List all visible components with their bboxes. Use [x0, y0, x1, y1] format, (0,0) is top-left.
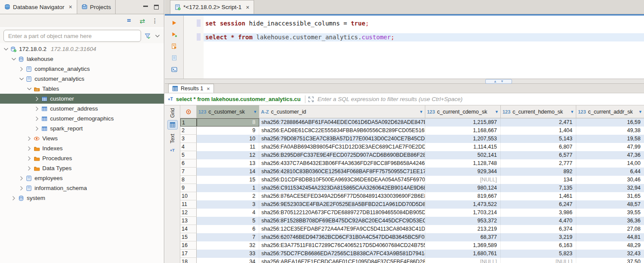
cell-c-customer-sk[interactable]: 5 [197, 217, 259, 225]
chevron-down-icon[interactable] [154, 33, 160, 39]
tree-item-customer-demographics[interactable]: customer_demographics [0, 114, 164, 124]
chevron-down-icon[interactable] [18, 76, 25, 82]
cell-c-current-addr-sk[interactable]: 44,81 [576, 233, 644, 241]
expand-filter-icon[interactable] [308, 96, 314, 102]
row-number[interactable]: 3 [180, 135, 197, 143]
cell-c-customer-id[interactable]: sha256:E3A77511F81C7289C76C4065217D5D406… [259, 241, 425, 250]
cell-c-customer-id[interactable]: sha256:C9115342454A2323DA815865CAA326064… [259, 184, 425, 192]
row-number[interactable]: 17 [180, 250, 197, 258]
cell-c-current-hdemo-sk[interactable]: 5,823 [501, 250, 576, 258]
row-number[interactable]: 16 [180, 241, 197, 250]
cell-c-current-hdemo-sk[interactable]: 1,404 [501, 127, 576, 135]
cell-c-customer-id[interactable]: sha256:B295D8FC337E9E4FECD0725D907ACD6B6… [259, 151, 425, 159]
tree-item-information-schema[interactable]: information_schema [0, 183, 164, 193]
tree-item-indexes[interactable]: Indexes [0, 143, 164, 153]
cell-c-current-hdemo-sk[interactable]: 2,471 [501, 118, 576, 127]
execute-statement-icon[interactable] [171, 20, 177, 26]
cell-c-customer-id[interactable]: sha256:42810C83B0360CE125634F068BAF8FF75… [259, 168, 425, 176]
chevron-down-icon[interactable] [10, 56, 17, 62]
sql-line-2[interactable]: select * from lakehouse.customer_analyti… [204, 33, 644, 41]
row-number[interactable]: 14 [180, 225, 197, 233]
column-dropdown-icon[interactable]: ▼ [253, 110, 257, 114]
cell-c-current-hdemo-sk[interactable]: 6,577 [501, 151, 576, 159]
cell-c-customer-sk[interactable]: 34 [197, 258, 259, 263]
column-header-c-current-cdemo-sk[interactable]: 123c_current_cdemo_sk▼ [425, 105, 501, 118]
cell-c-customer-id[interactable]: sha256:620746BED947362BCD6CF31B0A4C547DD… [259, 233, 425, 241]
cell-c-customer-id[interactable]: sha256:D1CDF8DBB10F500EA9693C86DE6DEAA05… [259, 176, 425, 184]
cell-c-current-hdemo-sk[interactable]: 1,461 [501, 192, 576, 200]
cell-c-current-hdemo-sk[interactable]: 6,163 [501, 241, 576, 250]
editor-results-splitter[interactable]: ▲ ▼ [165, 79, 644, 84]
close-icon[interactable]: × [69, 3, 72, 10]
cell-c-current-addr-sk[interactable]: 16,59 [576, 118, 644, 127]
column-header-c-current-hdemo-sk[interactable]: 123c_current_hdemo_sk▼ [501, 105, 576, 118]
cell-c-current-addr-sk[interactable]: 14,00 [576, 159, 644, 168]
minimize-icon[interactable] [143, 5, 148, 7]
cell-c-current-cdemo-sk[interactable]: 1,369,589 [425, 241, 501, 250]
cell-c-current-cdemo-sk[interactable]: 1,207,553 [425, 135, 501, 143]
cell-c-current-addr-sk[interactable]: 19,58 [576, 135, 644, 143]
cell-c-current-cdemo-sk[interactable]: 1,703,214 [425, 209, 501, 217]
cell-c-current-hdemo-sk[interactable]: 4,470 [501, 217, 576, 225]
tree-item-compliance-analytics[interactable]: compliance_analytics [0, 64, 164, 74]
cell-c-current-cdemo-sk[interactable]: 1,168,667 [425, 127, 501, 135]
tree-item-tables[interactable]: Tables [0, 84, 164, 94]
cell-c-customer-sk[interactable]: 1 [197, 184, 259, 192]
cell-c-current-cdemo-sk[interactable]: 1,680,761 [425, 250, 501, 258]
row-number[interactable]: 4 [180, 143, 197, 151]
chevron-right-icon[interactable] [26, 165, 33, 171]
cell-c-customer-sk[interactable]: 7 [197, 233, 259, 241]
cell-c-current-cdemo-sk[interactable]: 929,344 [425, 168, 501, 176]
cell-c-current-hdemo-sk[interactable]: 2,777 [501, 159, 576, 168]
chevron-right-icon[interactable] [26, 136, 33, 142]
collapse-down-icon[interactable]: ▼ [500, 80, 504, 83]
row-number[interactable]: 9 [180, 184, 197, 192]
row-number[interactable]: 5 [180, 151, 197, 159]
tab-grid-presentation[interactable]: Grid [167, 108, 178, 130]
tree-item-customer-analytics[interactable]: customer_analytics [0, 74, 164, 84]
cell-c-current-cdemo-sk[interactable]: 819,667 [425, 192, 501, 200]
chevron-right-icon[interactable] [18, 185, 25, 191]
cell-c-current-cdemo-sk[interactable]: 1,114,415 [425, 143, 501, 151]
cell-c-current-cdemo-sk[interactable]: [NULL] [425, 258, 501, 263]
cell-c-customer-sk[interactable]: 11 [197, 143, 259, 151]
cell-c-current-addr-sk[interactable]: 31,65 [576, 192, 644, 200]
column-header-c-customer-sk[interactable]: 123c_customer_sk▼ [197, 105, 259, 118]
row-number[interactable]: 8 [180, 176, 197, 184]
cell-c-customer-id[interactable]: sha256:79D08751C3EA7C83BA57D177E00413D0C… [259, 135, 425, 143]
cell-c-current-hdemo-sk[interactable]: 892 [501, 168, 576, 176]
cell-c-customer-id[interactable]: sha256:ABEA16F7F1FCBDCA6F01CF1095D84F37C… [259, 258, 425, 263]
tree-item-views[interactable]: Views [0, 133, 164, 143]
cell-c-customer-sk[interactable]: 9 [197, 127, 259, 135]
chevron-down-icon[interactable] [3, 46, 9, 52]
row-number[interactable]: 10 [180, 192, 197, 200]
object-filter-input[interactable] [3, 30, 141, 42]
filter-funnel-icon[interactable] [145, 33, 151, 39]
row-number[interactable]: 11 [180, 200, 197, 209]
column-header-c-current-addr-sk[interactable]: 123c_current_addr_sk▼ [576, 105, 644, 118]
tab-database-navigator[interactable]: Database Navigator × [0, 0, 77, 14]
cell-c-current-hdemo-sk[interactable]: 134 [501, 176, 576, 184]
grid-corner-cell[interactable] [180, 105, 197, 118]
cell-c-customer-id[interactable]: sha256:12CE35EFDABF272A4A47E9FA9CC5D4113… [259, 225, 425, 233]
cell-c-current-hdemo-sk[interactable]: 7,135 [501, 184, 576, 192]
chevron-right-icon[interactable] [34, 126, 41, 132]
cell-c-current-addr-sk[interactable]: 37,50 [576, 258, 644, 263]
cell-c-current-cdemo-sk[interactable]: 502,141 [425, 151, 501, 159]
sql-code-area[interactable]: set session hide_inaccessible_columns = … [204, 16, 644, 79]
cell-c-customer-sk[interactable]: 10 [197, 135, 259, 143]
collapse-up-icon[interactable]: ▲ [493, 80, 497, 83]
tab-projects[interactable]: Projects [77, 0, 116, 14]
sql-line-1[interactable]: set session hide_inaccessible_columns = … [204, 19, 644, 28]
splitter-collapse-control[interactable]: ▲ ▼ [485, 79, 512, 84]
tree-item-procedures[interactable]: Procedures [0, 153, 164, 163]
tree-item-spark-report[interactable]: spark_report [0, 124, 164, 133]
filter-expression-placeholder[interactable]: Enter a SQL expression to filter results… [317, 96, 462, 102]
tab-results-1[interactable]: Results 1 × [168, 84, 214, 93]
tree-item-lakehouse[interactable]: lakehouse [0, 54, 164, 64]
link-with-editor-icon[interactable]: ⇄ [139, 18, 145, 24]
cell-c-current-addr-sk[interactable]: 32,43 [576, 250, 644, 258]
cell-c-customer-id[interactable]: sha256:9E52303CE4FBA2E2F0525E8A5BFBD2C1A… [259, 200, 425, 209]
cell-c-customer-id[interactable]: sha256:FA0ABB6943B98054FC31D12D3E3AEC689… [259, 143, 425, 151]
cell-c-customer-sk[interactable]: 12 [197, 151, 259, 159]
